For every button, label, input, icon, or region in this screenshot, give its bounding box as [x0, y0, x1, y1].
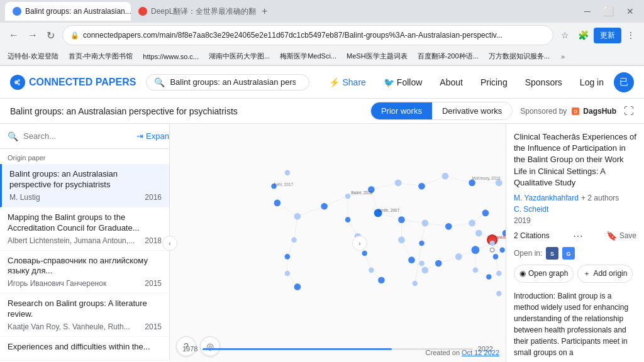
right-panel: Clinical Teacherâs Experiences of the In…	[506, 124, 644, 362]
extensions-button[interactable]: 🧩	[574, 28, 592, 43]
graph-node[interactable]	[496, 180, 502, 187]
sponsors-link[interactable]: Sponsors	[518, 74, 570, 91]
graph-node[interactable]	[362, 251, 367, 256]
add-origin-button[interactable]: ＋ Add origin	[577, 265, 633, 283]
more-options-button[interactable]: ⋯	[573, 230, 583, 242]
origin-paper-item[interactable]: Balint groups: an Australasian perspecti…	[0, 164, 169, 207]
share-link[interactable]: ⚡ Share	[321, 74, 373, 91]
bookmark-3[interactable]: https://www.so.c...	[140, 52, 201, 62]
graph-node[interactable]	[489, 241, 495, 246]
expand-button[interactable]: ⇥ Expand	[134, 129, 170, 143]
active-tab[interactable]: Balint groups: an Australasian... ✕	[5, 2, 131, 21]
bookmark-8[interactable]: 万方数据知识服务...	[486, 50, 552, 62]
graph-node[interactable]	[408, 256, 415, 263]
graph-node[interactable]	[499, 247, 505, 253]
graph-node[interactable]	[369, 267, 374, 273]
graph-node[interactable]	[472, 246, 480, 254]
graph-node[interactable]	[398, 236, 405, 243]
back-button[interactable]: ←	[5, 27, 23, 44]
expand-right-panel-button[interactable]: ›	[352, 236, 367, 251]
paper-item-3[interactable]: Словарь-справочник по английскому языку …	[0, 251, 169, 294]
open-graph-button[interactable]: ◉ Open graph	[514, 265, 574, 283]
minimize-button[interactable]: ─	[579, 5, 596, 18]
derivative-works-button[interactable]: Derivative works	[432, 102, 512, 119]
graph-node[interactable]	[285, 170, 291, 176]
detail-author-main[interactable]: M. Yazdankhahfard	[514, 194, 579, 202]
graph-node[interactable]	[493, 254, 499, 260]
graph-node[interactable]	[475, 230, 482, 237]
google-scholar-icon[interactable]: G	[562, 247, 575, 260]
pricing-link[interactable]: Pricing	[473, 74, 515, 91]
graph-node[interactable]	[482, 210, 489, 217]
graph-node[interactable]	[378, 277, 385, 283]
forward-button[interactable]: →	[24, 27, 42, 44]
graph-node[interactable]	[445, 223, 452, 230]
graph-node[interactable]	[419, 241, 425, 246]
graph-node[interactable]	[285, 254, 291, 260]
logo-text: CONNECTED PAPERS	[29, 77, 136, 88]
inactive-tab[interactable]: DeepL翻译：全世界最准确的翻... ✕	[131, 2, 257, 21]
logo[interactable]: CONNECTED PAPERS	[10, 75, 136, 90]
graph-node[interactable]	[274, 200, 281, 207]
graph-node[interactable]	[455, 253, 462, 260]
graph-node[interactable]	[285, 271, 291, 277]
graph-node[interactable]	[418, 183, 425, 190]
graph-node[interactable]	[435, 260, 442, 267]
svg-text:Fehr, 2017: Fehr, 2017	[274, 182, 294, 187]
bookmark-7[interactable]: 百度翻译-200种语...	[415, 50, 481, 62]
search-input[interactable]	[170, 77, 296, 87]
graph-node[interactable]	[496, 291, 502, 297]
paper-item-4[interactable]: Research on Balint groups: A literature …	[0, 293, 169, 337]
graph-node[interactable]	[469, 220, 475, 227]
graph-area[interactable]: Smith, 2007 Balint, 2016 McKinsey, 2019 …	[170, 124, 506, 362]
bookmark-2[interactable]: 首页-中南大学图书馆	[66, 50, 136, 62]
paper-item-5[interactable]: Experiences and difficulties within the.…	[0, 337, 169, 361]
follow-link[interactable]: 🐦 Follow	[376, 74, 430, 91]
expand-icon[interactable]: ⛶	[624, 106, 634, 117]
collapse-sidebar-button[interactable]: ‹	[162, 236, 177, 251]
graph-node[interactable]	[486, 274, 492, 280]
graph-node[interactable]	[419, 261, 425, 266]
login-link[interactable]: Log in	[572, 74, 611, 91]
graph-node[interactable]	[422, 266, 429, 273]
graph-node[interactable]	[473, 267, 479, 273]
bookmark-6[interactable]: MeSH医学主题词表	[344, 50, 410, 62]
update-button[interactable]: 更新	[594, 28, 621, 43]
bookmark-1[interactable]: 迈特创-欢迎登陆	[5, 50, 61, 62]
graph-node[interactable]	[294, 213, 301, 220]
new-tab-button[interactable]: +	[257, 2, 272, 21]
graph-node[interactable]	[395, 180, 402, 187]
paper-item-2[interactable]: Mapping the Balint groups to the Accredi…	[0, 207, 169, 251]
menu-button[interactable]: ⋮	[623, 28, 639, 43]
about-link[interactable]: About	[432, 74, 470, 91]
dagshub-logo[interactable]: D DagsHub	[570, 106, 616, 116]
bookmarks-more[interactable]: »	[557, 53, 569, 60]
graph-node[interactable]	[442, 173, 449, 180]
sidebar-search-input[interactable]	[23, 131, 129, 141]
graph-node[interactable]	[469, 180, 475, 187]
graph-node[interactable]	[496, 271, 502, 277]
search-box[interactable]: 🔍	[146, 74, 309, 90]
graph-node[interactable]	[345, 194, 351, 199]
prior-works-button[interactable]: Prior works	[371, 102, 432, 119]
graph-node[interactable]	[345, 217, 351, 222]
graph-node[interactable]	[321, 203, 328, 210]
close-window-button[interactable]: ✕	[621, 5, 639, 18]
graph-node[interactable]	[294, 283, 301, 290]
maximize-button[interactable]: ⬜	[598, 5, 619, 18]
created-date-link[interactable]: Oct 12 2022	[462, 349, 499, 356]
url-bar[interactable]: 🔒 connectedpapers.com/main/8f8e7aa8c3e29…	[62, 25, 553, 45]
bookmark-5[interactable]: 梅斯医学MedSci...	[277, 50, 339, 62]
bookmark-4[interactable]: 湖南中医药大学图...	[206, 50, 272, 62]
reload-button[interactable]: ↻	[43, 27, 58, 44]
semantic-scholar-icon[interactable]: S	[546, 247, 558, 260]
graph-node[interactable]	[291, 237, 297, 243]
save-area[interactable]: 🔖 Save	[606, 231, 636, 241]
detail-coauthor[interactable]: C. Scheidt	[514, 205, 548, 214]
paper-authors-4: Kaatje Van Roy, S. Vanheule, Ruth...	[8, 322, 130, 331]
avatar-button[interactable]: 已	[614, 72, 634, 92]
graph-node[interactable]	[413, 281, 418, 287]
graph-node[interactable]	[422, 220, 429, 227]
graph-node[interactable]	[398, 216, 405, 223]
bookmark-star-button[interactable]: ☆	[557, 28, 573, 43]
